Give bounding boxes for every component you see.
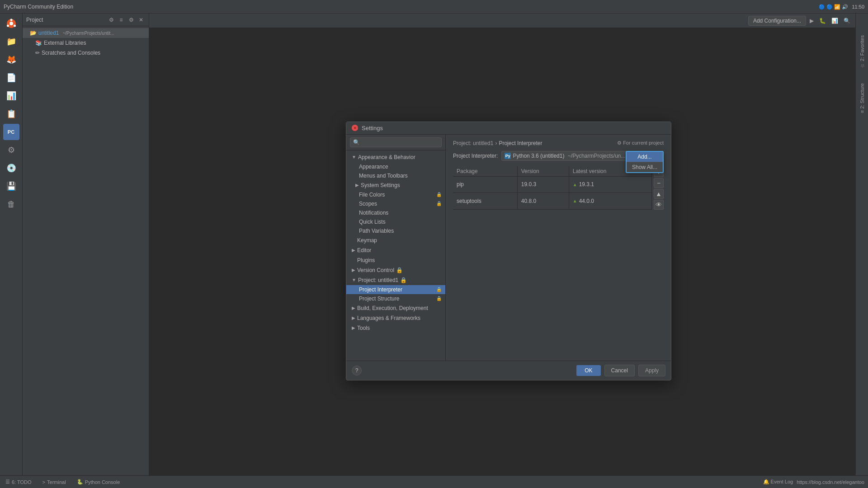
pkg-version-pip: 19.0.3: [517, 176, 569, 193]
child-appearance-label: Appearance: [359, 164, 388, 170]
project-panel-title: Project: [26, 17, 43, 23]
child-project-structure[interactable]: Project Structure 🔒: [346, 294, 445, 303]
upgrade-arrow-icon-pip: ▲: [573, 182, 577, 187]
disk-icon-btn[interactable]: 💿: [3, 160, 19, 176]
doc3-icon-btn[interactable]: 📋: [3, 106, 19, 122]
pkg-latest-setuptools: ▲ 44.0.0: [569, 193, 651, 210]
child-project-structure-label: Project Structure: [359, 296, 399, 302]
child-path-variables-label: Path Variables: [359, 228, 394, 234]
close-panel-icon[interactable]: ✕: [137, 16, 145, 24]
settings-dialog: ✕ Settings ▼: [346, 122, 671, 380]
ok-button[interactable]: OK: [576, 365, 600, 376]
tree-external-libs[interactable]: 📚 External Libraries: [23, 38, 149, 48]
child-project-interpreter[interactable]: Project Interpreter 🔒: [346, 285, 445, 294]
sort-icon[interactable]: ≡: [117, 16, 125, 24]
child-file-colors[interactable]: File Colors 🔒: [346, 190, 445, 199]
child-appearance[interactable]: Appearance: [346, 162, 445, 171]
terminal-label: Terminal: [47, 479, 66, 485]
tree-external-libs-label: External Libraries: [44, 40, 86, 46]
section-plugins[interactable]: ▶ Plugins: [346, 255, 445, 265]
arrow-plugins-icon: ▶: [352, 258, 355, 263]
help-btn[interactable]: ?: [352, 366, 362, 375]
section-editor[interactable]: ▶ Editor: [346, 245, 445, 255]
python-console-tab[interactable]: 🐍 Python Console: [75, 478, 122, 486]
settings-icon-btn[interactable]: ⚙: [3, 142, 19, 158]
child-quick-lists[interactable]: Quick Lists: [346, 217, 445, 226]
project-panel-header: Project ⚙ ≡ ⚙ ✕: [23, 14, 149, 26]
lock-icon-vc: 🔒: [396, 267, 403, 273]
doc-icon-btn[interactable]: 📄: [3, 70, 19, 86]
lock-icon-ps: 🔒: [436, 296, 442, 301]
breadcrumb-project: Project: untitled1: [453, 140, 493, 146]
upgrade-package-btn[interactable]: ▲: [654, 189, 664, 199]
child-scopes[interactable]: Scopes 🔒: [346, 199, 445, 208]
section-plugins-label: Plugins: [357, 257, 375, 263]
section-keymap[interactable]: ▶ Keymap: [346, 235, 445, 245]
section-version-control[interactable]: ▶ Version Control 🔒: [346, 265, 445, 275]
arrow-right-icon: ▶: [355, 183, 359, 188]
tree-root-label: untitled1: [38, 30, 59, 36]
scratch-icon: ✏: [35, 50, 40, 56]
section-project-header[interactable]: ▼ Project: untitled1 🔒: [346, 275, 445, 285]
child-project-interpreter-label: Project Interpreter: [359, 286, 402, 293]
disk2-icon-btn[interactable]: 💾: [3, 178, 19, 194]
left-icon-bar: 📁 🦊 📄 📊 📋 PC ⚙ 💿 💾 🗑: [0, 14, 23, 488]
search-box-wrapper: [346, 135, 445, 150]
breadcrumb: Project: untitled1 › Project Interpreter…: [453, 140, 664, 146]
breadcrumb-current: Project Interpreter: [499, 140, 542, 146]
child-system-settings[interactable]: ▶ System Settings: [346, 180, 445, 190]
fire-icon-btn[interactable]: 🦊: [3, 52, 19, 68]
ubuntu-icon[interactable]: [3, 15, 19, 32]
todo-tab[interactable]: ☰ 6: TODO: [4, 478, 33, 486]
add-dropdown-popup: Add... Show All...: [626, 151, 664, 173]
table-row[interactable]: setuptools 40.8.0 ▲ 44.0.0: [453, 193, 652, 210]
apply-button[interactable]: Apply: [638, 365, 665, 376]
table-row[interactable]: pip 19.0.3 ▲ 19.3.1: [453, 176, 652, 193]
gear-icon[interactable]: ⚙: [107, 16, 115, 24]
section-languages[interactable]: ▶ Languages & Frameworks: [346, 313, 445, 323]
section-tools[interactable]: ▶ Tools: [346, 323, 445, 333]
arrow-vc-icon: ▶: [352, 267, 355, 272]
event-log-btn[interactable]: 🔔 Event Log: [763, 479, 793, 485]
breadcrumb-note: ⚙ For current project: [617, 140, 664, 146]
pkg-latest-pip: ▲ 19.3.1: [569, 176, 651, 193]
table-header-row: Package Version Latest version: [453, 166, 652, 177]
folder-icon-btn[interactable]: 📁: [3, 33, 19, 50]
eye-package-btn[interactable]: 👁: [654, 200, 664, 210]
section-tools-label: Tools: [357, 325, 370, 331]
show-all-btn[interactable]: Show All...: [627, 162, 663, 172]
pkg-version-setuptools: 40.8.0: [517, 193, 569, 210]
child-path-variables[interactable]: Path Variables: [346, 226, 445, 235]
arrow-editor-icon: ▶: [352, 248, 355, 253]
dialog-overlay: ✕ Settings ▼: [149, 14, 868, 488]
dialog-close-btn[interactable]: ✕: [352, 125, 358, 131]
settings-search-input[interactable]: [350, 137, 442, 147]
lock-icon-project: 🔒: [400, 277, 407, 283]
section-languages-label: Languages & Frameworks: [357, 315, 420, 321]
child-notifications[interactable]: Notifications: [346, 208, 445, 217]
python-console-label: Python Console: [85, 479, 120, 485]
doc2-icon-btn[interactable]: 📊: [3, 88, 19, 104]
section-appearance-behavior-header[interactable]: ▼ Appearance & Behavior: [346, 152, 445, 162]
panel-header-icons: ⚙ ≡ ⚙ ✕: [107, 16, 145, 24]
svg-point-4: [14, 25, 16, 27]
bottom-bar: ☰ 6: TODO > Terminal 🐍 Python Console 🔔 …: [0, 475, 868, 488]
trash-icon-btn[interactable]: 🗑: [3, 196, 19, 212]
system-tray: 🔵 🔵 📶 🔊: [819, 4, 848, 10]
tree-root[interactable]: 📂 untitled1 ~/PycharmProjects/untit...: [23, 28, 149, 38]
arrow-down-icon: ▼: [352, 155, 356, 160]
arrow-project-icon: ▼: [352, 277, 356, 282]
settings2-icon[interactable]: ⚙: [127, 16, 135, 24]
section-build[interactable]: ▶ Build, Execution, Deployment: [346, 303, 445, 313]
section-appearance-behavior-label: Appearance & Behavior: [358, 154, 415, 160]
tree-scratches[interactable]: ✏ Scratches and Consoles: [23, 48, 149, 58]
cancel-button[interactable]: Cancel: [604, 365, 635, 376]
section-editor-label: Editor: [357, 247, 371, 253]
pycharm-icon-btn[interactable]: PC: [3, 124, 19, 140]
child-menus-toolbars[interactable]: Menus and Toolbars: [346, 171, 445, 180]
terminal-tab[interactable]: > Terminal: [41, 479, 68, 486]
add-interpreter-btn[interactable]: Add...: [627, 152, 663, 162]
title-bar-right: 🔵 🔵 📶 🔊 11:50: [819, 0, 864, 14]
remove-package-btn[interactable]: −: [654, 178, 664, 188]
python-console-icon: 🐍: [77, 479, 83, 485]
